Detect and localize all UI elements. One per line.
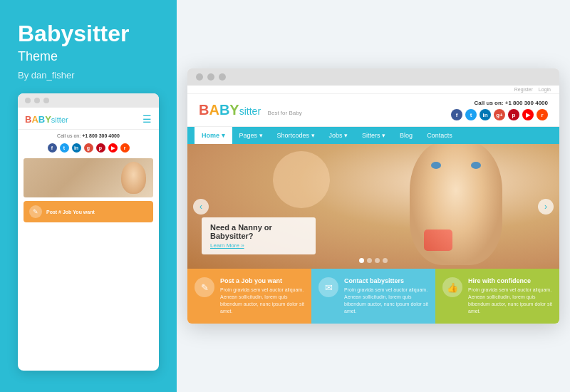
social-linkedin[interactable]: in <box>480 109 491 120</box>
mini-menu-icon: ☰ <box>142 113 152 125</box>
pencil-icon: ✎ <box>195 277 214 297</box>
feature-post-title: Post a Job you want <box>220 277 304 284</box>
hero-dot-2[interactable] <box>367 258 372 263</box>
hero-text-box: Need a Nanny or Babysitter? Learn More » <box>202 217 316 254</box>
hero-dot-4[interactable] <box>383 258 388 263</box>
hero-dot-3[interactable] <box>375 258 380 263</box>
nav-item-pages[interactable]: Pages ▾ <box>232 127 270 144</box>
mini-dot-3 <box>43 98 49 103</box>
full-dot-3 <box>219 73 226 81</box>
feature-hire-text: Proin gravida sem vel auctor aliquam. Ae… <box>468 287 552 314</box>
site-header-right: Call us on: +1 800 300 4000 f t in g+ p … <box>451 100 548 120</box>
site-top-bar: Register Login <box>187 86 559 94</box>
social-google[interactable]: g+ <box>494 109 505 120</box>
mini-social-linkedin: in <box>72 143 81 153</box>
site-nav: Home ▾ Pages ▾ Shortcodes ▾ Jobs ▾ Sitte… <box>187 127 559 144</box>
feature-card-contact: ✉ Contact babysitters Proin gravida sem … <box>311 269 435 323</box>
site-header: BABYsitter Best for Baby Call us on: +1 … <box>187 94 559 127</box>
feature-card-contact-content: Contact babysitters Proin gravida sem ve… <box>344 277 428 314</box>
feature-card-post: ✎ Post a Job you want Proin gravida sem … <box>187 269 311 323</box>
mini-hero: Need a Nanny or Babysitter? Learn More » <box>24 158 153 197</box>
mini-social-twitter: t <box>60 143 69 153</box>
mini-site-header: BABYsitter ☰ <box>18 108 159 130</box>
mini-pencil-icon: ✎ <box>29 205 42 218</box>
mini-dot-2 <box>34 98 40 103</box>
mini-titlebar <box>18 93 159 108</box>
mini-dot-1 <box>25 98 31 103</box>
feature-card-hire-content: Hire with confidence Proin gravida sem v… <box>468 277 552 314</box>
feature-hire-title: Hire with confidence <box>468 277 552 284</box>
brand-title: Babysitter Theme <box>18 21 159 68</box>
mini-post-card: ✎ Post # Job You want <box>24 201 153 222</box>
mini-social-pinterest: p <box>96 143 105 153</box>
feature-card-post-content: Post a Job you want Proin gravida sem ve… <box>220 277 304 314</box>
feature-post-text: Proin gravida sem vel auctor aliquam. Ae… <box>220 287 304 314</box>
register-link[interactable]: Register <box>514 87 533 92</box>
full-browser-mockup: Register Login BABYsitter Best for Baby … <box>187 68 559 323</box>
hero-prev-arrow[interactable]: ‹ <box>193 199 209 215</box>
envelope-icon: ✉ <box>318 277 338 297</box>
hero-next-arrow[interactable]: › <box>538 199 554 215</box>
social-icons-row: f t in g+ p ▶ r <box>451 109 548 120</box>
mini-social-facebook: f <box>48 143 57 153</box>
social-pinterest[interactable]: p <box>508 109 519 120</box>
mini-logo: BABYsitter <box>25 114 68 125</box>
feature-contact-text: Proin gravida sem vel auctor aliquam. Ae… <box>344 287 428 314</box>
feature-card-hire: 👍 Hire with confidence Proin gravida sem… <box>435 269 559 323</box>
mini-social-row: f t in g p ▶ r <box>18 141 159 155</box>
mini-social-rss: r <box>120 143 130 153</box>
nav-item-jobs[interactable]: Jobs ▾ <box>322 127 356 144</box>
full-titlebar <box>187 68 559 86</box>
nav-item-shortcodes[interactable]: Shortcodes ▾ <box>270 127 322 144</box>
mini-browser-body: BABYsitter ☰ Call us on: +1 800 300 4000… <box>18 108 159 222</box>
site-logo: BABYsitter Best for Baby <box>199 102 302 118</box>
social-twitter[interactable]: t <box>465 109 477 120</box>
nav-item-blog[interactable]: Blog <box>393 127 420 144</box>
mini-social-youtube: ▶ <box>108 143 118 153</box>
social-rss[interactable]: r <box>537 109 548 120</box>
feature-contact-title: Contact babysitters <box>344 277 428 284</box>
mini-browser-mockup: BABYsitter ☰ Call us on: +1 800 300 4000… <box>18 93 159 371</box>
hero-dot-1[interactable] <box>359 258 364 263</box>
left-panel: Babysitter Theme By dan_fisher BABYsitte… <box>0 0 177 392</box>
nav-item-contacts[interactable]: Contacts <box>420 127 460 144</box>
feature-cards: ✎ Post a Job you want Proin gravida sem … <box>187 269 559 323</box>
site-hero: ‹ › Need a Nanny or Babysitter? Learn Mo… <box>187 144 559 269</box>
nav-item-sitters[interactable]: Sitters ▾ <box>355 127 393 144</box>
brand-author: By dan_fisher <box>18 70 159 81</box>
social-facebook[interactable]: f <box>451 109 462 120</box>
nav-item-home[interactable]: Home ▾ <box>195 127 232 144</box>
full-dot-2 <box>207 73 214 81</box>
hero-title: Need a Nanny or Babysitter? <box>210 223 307 240</box>
hero-learn-more[interactable]: Learn More » <box>210 242 307 249</box>
login-link[interactable]: Login <box>539 87 551 92</box>
social-youtube[interactable]: ▶ <box>522 109 534 120</box>
mini-hero-bg <box>24 158 153 197</box>
mini-phone-label: Call us on: +1 800 300 4000 <box>57 131 120 140</box>
call-us-text: Call us on: +1 800 300 4000 <box>451 100 548 106</box>
mini-social-google: g <box>84 143 93 153</box>
thumbsup-icon: 👍 <box>442 277 462 297</box>
hero-dots <box>359 258 388 263</box>
mini-post-label: Post # Job You want <box>46 210 95 215</box>
full-dot-1 <box>196 73 203 81</box>
right-panel: Register Login BABYsitter Best for Baby … <box>177 0 570 392</box>
